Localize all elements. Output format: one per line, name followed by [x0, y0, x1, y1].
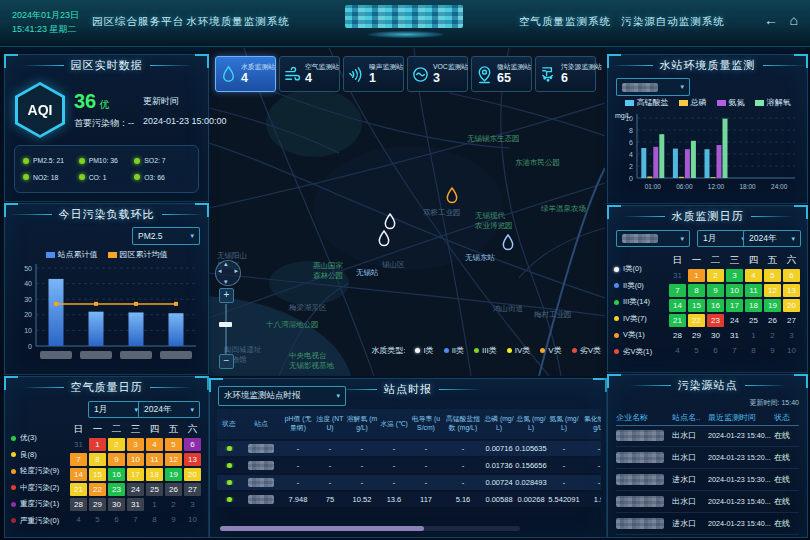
calendar-day: 3 [184, 498, 201, 511]
legend-dot-icon [614, 333, 619, 338]
nav-item[interactable]: 水环境质量监测系统 [186, 15, 290, 29]
calendar-day: 2 [108, 438, 125, 451]
company-cell [616, 474, 672, 485]
water-quality-bar-chart: 0246810mg/L01:0006:0012:0018:0024:00 [613, 110, 802, 198]
legend-label: 园区累计均值 [120, 249, 168, 260]
time-text: 15:41:23 星期二 [12, 22, 79, 36]
home-icon[interactable]: ⌂ [790, 12, 798, 28]
legend-swatch-icon [717, 100, 726, 106]
water-drop-marker-icon[interactable] [502, 234, 515, 255]
report-type-select[interactable]: 水环境监测站点时报▾ [218, 386, 346, 406]
calendar-legend-item: IV类(7) [614, 314, 669, 324]
value-cell: - [409, 461, 443, 470]
map-filter-location-pin[interactable]: 微站监测站65 [471, 56, 532, 92]
outlet-cell: 进水口 [672, 518, 708, 529]
table-row: ------0.007160.105635-- [217, 441, 601, 456]
calendar-day: 13 [783, 284, 800, 297]
nav-item[interactable]: 园区综合服务平台 [92, 15, 184, 29]
map-filter-noise[interactable]: 噪声监测站1 [343, 56, 404, 92]
map-pan-control[interactable]: ▴ ▾ ◂ ▸ [215, 260, 241, 286]
time-cell: 2024-01-23 15:40... [708, 519, 774, 528]
svg-text:24:00: 24:00 [771, 183, 788, 190]
pan-left-icon[interactable]: ◂ [218, 267, 222, 275]
map-filter-outfall[interactable]: 污染源监测站6 [535, 56, 596, 92]
zoom-in-button[interactable]: + [219, 288, 234, 303]
calendar-day: 11 [745, 284, 762, 297]
zoom-slider-handle[interactable] [219, 322, 232, 327]
datetime: 2024年01月23日 15:41:23 星期二 [12, 8, 79, 37]
outlet-cell: 出水口 [672, 496, 708, 507]
svg-text:0: 0 [629, 175, 633, 182]
nav-item[interactable]: 污染源自动监测系统 [621, 15, 725, 29]
table-row: 出水口2024-01-23 15:40...在线 [616, 425, 799, 447]
weekday-label: 四 [146, 421, 163, 436]
pollutant-select[interactable]: PM2.5▾ [132, 227, 200, 245]
year-select[interactable]: 2024年▾ [138, 401, 200, 418]
value-cell: 0.028493 [515, 478, 547, 487]
legend-label: II类(0) [623, 281, 644, 291]
weekday-label: 日 [669, 252, 686, 267]
pan-up-icon[interactable]: ▴ [224, 260, 228, 268]
water-drop-marker-icon[interactable] [446, 187, 459, 208]
column-header: 站点名.. [672, 412, 708, 423]
status-cell: 在线 [774, 430, 799, 441]
value-cell: 117 [409, 495, 443, 504]
back-icon[interactable]: ← [764, 12, 778, 28]
value-cell: - [581, 444, 601, 453]
pan-right-icon[interactable]: ▸ [234, 267, 238, 275]
button-label: 空气监测站 [305, 63, 336, 71]
weekday-label: 三 [127, 421, 144, 436]
weekday-label: 六 [783, 252, 800, 267]
calendar-day: 30 [108, 498, 125, 511]
calendar-day: 4 [70, 513, 87, 526]
legend-label: II类 [452, 345, 464, 356]
column-header: 总磷 (mg/ L) [483, 409, 515, 439]
calendar-day: 2 [764, 329, 781, 342]
legend-dot-icon [614, 349, 619, 354]
legend-label: IV类(7) [623, 314, 647, 324]
button-label: 水质监测站 [241, 63, 272, 71]
map-label: 梅村工业园 [534, 310, 572, 320]
horizontal-scrollbar[interactable] [220, 526, 520, 531]
chevron-down-icon: ▾ [791, 235, 795, 243]
calendar-day: 19 [764, 299, 781, 312]
year-select[interactable]: 2024年▾ [743, 230, 801, 247]
chevron-down-icon: ▾ [680, 235, 684, 243]
map-filter-wind[interactable]: 空气监测站4 [279, 56, 340, 92]
panel-station-report: 站点时报 水环境监测站点时报▾ 状态站点pH值 (无 量纲)浊度 (NT U)溶… [209, 378, 607, 538]
station-select[interactable]: ▾ [616, 78, 690, 96]
chevron-down-icon: ▾ [336, 392, 340, 400]
station-cell [241, 478, 281, 487]
month-select[interactable]: 1月▾ [88, 401, 144, 418]
nav-item[interactable]: 空气质量监测系统 [519, 15, 611, 29]
value-cell: - [345, 461, 379, 470]
calendar-day: 28 [70, 498, 87, 511]
green-dot-icon [79, 174, 85, 180]
calendar-day: 1 [688, 269, 705, 282]
pan-down-icon[interactable]: ▾ [224, 278, 228, 286]
calendar-day: 4 [146, 438, 163, 451]
water-drop-marker-icon[interactable] [378, 230, 391, 251]
map-filter-water-drop[interactable]: 水质监测站4 [215, 56, 276, 92]
zoom-out-button[interactable]: − [219, 354, 234, 369]
map-area[interactable]: 水质监测站4空气监测站4噪声监测站1VOC监测站3微站监测站65污染源监测站6 … [209, 48, 605, 376]
metric-label: PM2.5: 21 [33, 157, 64, 164]
value-cell: 0.00724 [483, 478, 515, 487]
weekday-label: 五 [165, 421, 182, 436]
panel-load-chart: 今日污染负载环比 PM2.5▾ 站点累计值园区累计均值 01020304050 [4, 203, 209, 375]
calendar-day: 2 [707, 269, 724, 282]
value-cell: - [315, 444, 345, 453]
button-text: 水质监测站4 [241, 63, 272, 85]
svg-text:6: 6 [629, 139, 633, 146]
calendar-day: 12 [165, 453, 182, 466]
map-filter-voc[interactable]: VOC监测站3 [407, 56, 468, 92]
legend-item: III类 [474, 345, 497, 356]
weekday-label: 二 [108, 421, 125, 436]
legend-label: IV类 [515, 345, 531, 356]
legend-label: III类(14) [623, 297, 650, 307]
legend-label: 优(3) [20, 433, 37, 443]
scrollbar-thumb[interactable] [220, 526, 424, 531]
calendar-station-select[interactable]: ▾ [616, 230, 690, 247]
column-header: 溶解氧 (m g/L) [345, 409, 379, 439]
calendar-day: 4 [745, 269, 762, 282]
